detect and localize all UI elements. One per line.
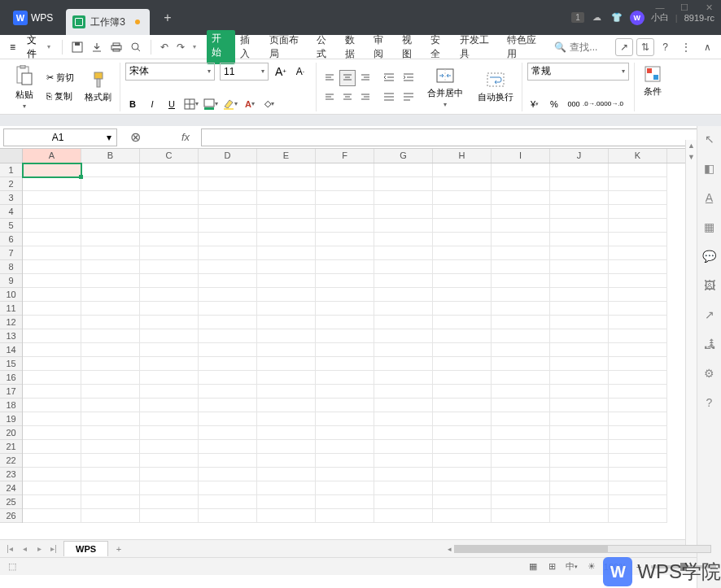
cell[interactable] [199, 495, 257, 509]
cell[interactable] [81, 412, 140, 426]
cell[interactable] [23, 260, 81, 274]
cell[interactable] [140, 481, 199, 495]
cell[interactable] [550, 440, 609, 454]
cell[interactable] [374, 357, 433, 371]
style-icon[interactable]: ◧ [701, 160, 718, 176]
chat-icon[interactable]: 💬 [701, 248, 718, 264]
cell[interactable] [23, 495, 81, 509]
cell[interactable] [140, 246, 199, 260]
col-header-A[interactable]: A [23, 149, 81, 163]
cell[interactable] [316, 509, 374, 523]
cell[interactable] [374, 302, 433, 316]
cell[interactable] [199, 288, 257, 302]
cell[interactable] [140, 399, 199, 412]
cell[interactable] [374, 177, 433, 191]
cell[interactable] [550, 316, 609, 329]
cell[interactable] [374, 371, 433, 385]
cell[interactable] [316, 371, 374, 385]
cell[interactable] [23, 385, 81, 399]
cell[interactable] [609, 509, 667, 523]
bold-button[interactable]: B [125, 97, 140, 111]
fx-label[interactable]: fx [181, 131, 190, 143]
cell[interactable] [374, 440, 433, 454]
cell[interactable] [316, 426, 374, 440]
cell[interactable] [492, 357, 550, 371]
cell[interactable] [316, 385, 374, 399]
cell[interactable] [550, 399, 609, 412]
cell[interactable] [609, 454, 667, 468]
cell[interactable] [374, 412, 433, 426]
row-header[interactable]: 25 [0, 495, 22, 509]
cell[interactable] [199, 219, 257, 233]
zoom-slider[interactable] [651, 565, 716, 568]
cell[interactable] [316, 302, 374, 316]
cell[interactable] [316, 205, 374, 219]
cell[interactable] [550, 191, 609, 205]
cell[interactable] [23, 191, 81, 205]
cell[interactable] [316, 191, 374, 205]
share-icon[interactable]: ↗ [615, 38, 633, 56]
cell[interactable] [257, 468, 316, 481]
cell[interactable] [492, 509, 550, 523]
decrease-indent-icon[interactable] [382, 70, 396, 85]
cell[interactable] [23, 163, 81, 177]
copy-button[interactable]: ⎘复制 [44, 89, 76, 104]
share-panel-icon[interactable]: ↗ [701, 307, 718, 323]
decrease-decimal-icon[interactable]: .00→.0 [605, 97, 620, 111]
row-header[interactable]: 18 [0, 399, 22, 412]
row-header[interactable]: 26 [0, 509, 22, 523]
skin-icon[interactable]: 👕 [610, 11, 623, 24]
cell[interactable] [433, 440, 492, 454]
cell[interactable] [199, 191, 257, 205]
cell[interactable] [609, 329, 667, 343]
cell[interactable] [23, 233, 81, 246]
cell[interactable] [550, 385, 609, 399]
align-bottom-right[interactable] [357, 88, 374, 104]
row-header[interactable]: 17 [0, 385, 22, 399]
cell[interactable] [140, 260, 199, 274]
scroll-down-icon[interactable]: ▼ [686, 151, 697, 163]
cell[interactable] [374, 274, 433, 288]
close-button[interactable]: ✕ [697, 0, 721, 15]
cell[interactable] [492, 399, 550, 412]
cell[interactable] [374, 399, 433, 412]
cell[interactable] [374, 509, 433, 523]
cell[interactable] [23, 357, 81, 371]
cell[interactable] [257, 357, 316, 371]
cell[interactable] [374, 219, 433, 233]
more-icon[interactable]: ⋮ [676, 38, 696, 56]
conditional-format-button[interactable]: 条件 [640, 63, 666, 99]
cell[interactable] [23, 274, 81, 288]
cell[interactable] [140, 412, 199, 426]
cell[interactable] [550, 260, 609, 274]
font-panel-icon[interactable]: A [701, 189, 718, 206]
cell[interactable] [81, 495, 140, 509]
cancel-icon[interactable]: ⊗ [130, 129, 141, 145]
currency-icon[interactable]: ¥▾ [527, 97, 542, 111]
search-box[interactable]: 🔍 [549, 40, 615, 54]
cell[interactable] [81, 385, 140, 399]
col-header-B[interactable]: B [81, 149, 140, 163]
cell[interactable] [81, 205, 140, 219]
cell[interactable] [257, 219, 316, 233]
cell[interactable] [374, 454, 433, 468]
row-header[interactable]: 24 [0, 481, 22, 495]
cell[interactable] [140, 288, 199, 302]
cell[interactable] [257, 177, 316, 191]
cell[interactable] [140, 205, 199, 219]
cell[interactable] [199, 412, 257, 426]
cell[interactable] [550, 177, 609, 191]
row-header[interactable]: 7 [0, 246, 22, 260]
cell[interactable] [609, 357, 667, 371]
justify-icon[interactable] [401, 89, 416, 104]
cell[interactable] [609, 316, 667, 329]
cell[interactable] [23, 371, 81, 385]
sheet-nav-next[interactable]: ▸ [33, 542, 46, 555]
cell[interactable] [550, 412, 609, 426]
cell[interactable] [374, 426, 433, 440]
cell[interactable] [23, 302, 81, 316]
tab-developer[interactable]: 开发工具 [455, 30, 502, 64]
cell[interactable] [550, 495, 609, 509]
scroll-up-icon[interactable]: ▲ [686, 140, 697, 151]
cell[interactable] [257, 316, 316, 329]
